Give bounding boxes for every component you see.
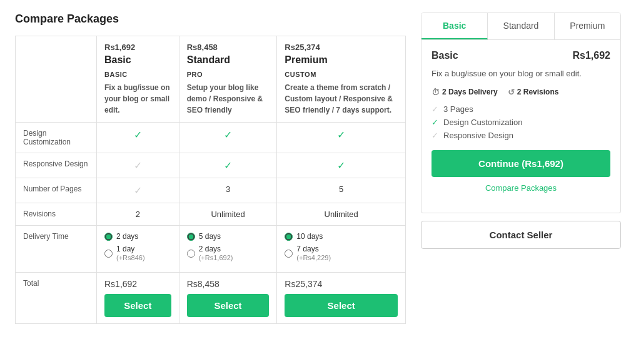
feature-design-label: Design Customization [443, 118, 522, 127]
design-check-icon: ✓ [432, 118, 438, 127]
row-delivery: Delivery Time 2 days 1 day (+Rs846) [16, 226, 406, 273]
basic-select-button[interactable]: Select [104, 294, 171, 317]
col-header-premium: Rs25,374 Premium CUSTOM Create a theme f… [277, 36, 406, 123]
tab-standard[interactable]: Standard [488, 13, 554, 39]
basic-desc: Fix a bug/issue on your blog or small ed… [104, 82, 171, 116]
feature-pages-label: 3 Pages [443, 104, 473, 114]
feature-responsive-design: ✓ Responsive Design [432, 131, 610, 140]
premium-tier: CUSTOM [285, 71, 398, 78]
premium-design-check: ✓ [277, 123, 406, 153]
basic-delivery-secondary: 1 day (+Rs846) [104, 245, 171, 262]
basic-tier: BASIC [104, 71, 171, 78]
standard-revisions: Unlimited [179, 203, 277, 226]
detail-price: Rs1,692 [573, 50, 611, 61]
standard-total-cell: Rs8,458 Select [179, 273, 277, 324]
detail-description: Fix a bug/issue on your blog or small ed… [432, 68, 610, 80]
row-responsive-design: Responsive Design ✓ ✓ ✓ [16, 153, 406, 178]
premium-pages: 5 [277, 178, 406, 203]
premium-delivery-secondary: 7 days (+Rs4,229) [285, 245, 398, 262]
standard-tier: PRO [187, 71, 270, 78]
basic-delivery-radio-secondary[interactable] [104, 250, 113, 258]
compare-packages-link[interactable]: Compare Packages [432, 183, 610, 193]
basic-delivery-primary: 2 days [104, 232, 171, 241]
tab-premium[interactable]: Premium [555, 13, 620, 39]
package-detail-box: Basic Rs1,692 Fix a bug/issue on your bl… [421, 40, 621, 213]
premium-delivery-primary-label: 10 days [296, 232, 323, 241]
premium-select-button[interactable]: Select [285, 294, 398, 317]
label-pages: Number of Pages [16, 178, 97, 203]
basic-price: Rs1,692 [104, 43, 171, 52]
label-revisions: Revisions [16, 203, 97, 226]
page-title: Compare Packages [15, 13, 406, 26]
standard-design-check: ✓ [179, 123, 277, 153]
feature-design-customization: ✓ Design Customization [432, 118, 610, 127]
premium-delivery-radio-primary[interactable] [285, 233, 293, 241]
basic-revisions: 2 [97, 203, 179, 226]
basic-design-check: ✓ [97, 123, 179, 153]
standard-delivery-secondary-label: 2 days (+Rs1,692) [199, 245, 233, 262]
label-total: Total [16, 273, 97, 324]
row-design-customization: Design Customization ✓ ✓ ✓ [16, 123, 406, 153]
package-tabs: Basic Standard Premium [421, 13, 621, 40]
standard-total: Rs8,458 [187, 279, 270, 289]
standard-pages: 3 [179, 178, 277, 203]
row-revisions: Revisions 2 Unlimited Unlimited [16, 203, 406, 226]
standard-delivery-cell: 5 days 2 days (+Rs1,692) [179, 226, 277, 273]
basic-name: Basic [104, 54, 171, 66]
premium-desc: Create a theme from scratch / Custom lay… [285, 82, 398, 116]
standard-delivery-radio-primary[interactable] [187, 233, 195, 241]
row-pages: Number of Pages ✓ 3 5 [16, 178, 406, 203]
basic-delivery-radio-primary[interactable] [104, 233, 113, 241]
revisions-label: 2 Revisions [517, 88, 559, 96]
premium-delivery-primary: 10 days [285, 232, 398, 241]
tab-basic[interactable]: Basic [421, 13, 488, 39]
label-responsive-design: Responsive Design [16, 153, 97, 178]
row-total: Total Rs1,692 Select Rs8,458 Select Rs25… [16, 273, 406, 324]
col-header-basic: Rs1,692 Basic BASIC Fix a bug/issue on y… [97, 36, 179, 123]
continue-button[interactable]: Continue (Rs1,692) [432, 150, 610, 177]
compare-table: Rs1,692 Basic BASIC Fix a bug/issue on y… [15, 36, 406, 324]
col-header-standard: Rs8,458 Standard PRO Setup your blog lik… [179, 36, 277, 123]
premium-total-cell: Rs25,374 Select [277, 273, 406, 324]
standard-select-button[interactable]: Select [187, 294, 270, 317]
delivery-info: ⏱ 2 Days Delivery ↺ 2 Revisions [432, 88, 610, 97]
standard-responsive-check: ✓ [179, 153, 277, 178]
delivery-time-info: ⏱ 2 Days Delivery [432, 88, 498, 97]
premium-name: Premium [285, 54, 398, 66]
delivery-time-label: 2 Days Delivery [442, 88, 498, 96]
premium-revisions: Unlimited [277, 203, 406, 226]
basic-pages: ✓ [97, 178, 179, 203]
feature-list: ✓ 3 Pages ✓ Design Customization ✓ Respo… [432, 104, 610, 140]
premium-delivery-radio-secondary[interactable] [285, 250, 293, 258]
premium-delivery-cell: 10 days 7 days (+Rs4,229) [277, 226, 406, 273]
label-delivery: Delivery Time [16, 226, 97, 273]
contact-seller-button[interactable]: Contact Seller [421, 221, 621, 249]
standard-delivery-primary-label: 5 days [199, 232, 221, 241]
feature-responsive-label: Responsive Design [443, 131, 513, 140]
label-design-customization: Design Customization [16, 123, 97, 153]
compare-table-panel: Compare Packages Rs1,692 Basic BASIC Fix… [15, 13, 406, 324]
detail-header: Basic Rs1,692 [432, 50, 610, 61]
detail-name: Basic [432, 50, 458, 61]
contact-seller-wrapper: Contact Seller [421, 221, 621, 249]
right-detail-panel: Basic Standard Premium Basic Rs1,692 Fix… [421, 13, 621, 324]
basic-total-cell: Rs1,692 Select [97, 273, 179, 324]
basic-delivery-primary-label: 2 days [116, 232, 138, 241]
premium-total: Rs25,374 [285, 279, 398, 289]
basic-delivery-cell: 2 days 1 day (+Rs846) [97, 226, 179, 273]
standard-delivery-primary: 5 days [187, 232, 270, 241]
col-header-empty [16, 36, 97, 123]
standard-delivery-secondary: 2 days (+Rs1,692) [187, 245, 270, 262]
premium-responsive-check: ✓ [277, 153, 406, 178]
pages-check-icon: ✓ [432, 104, 438, 114]
standard-price: Rs8,458 [187, 43, 270, 52]
standard-desc: Setup your blog like demo / Responsive &… [187, 82, 270, 116]
premium-price: Rs25,374 [285, 43, 398, 52]
clock-icon: ⏱ [432, 88, 440, 97]
feature-pages: ✓ 3 Pages [432, 104, 610, 114]
premium-delivery-secondary-label: 7 days (+Rs4,229) [296, 245, 331, 262]
basic-total: Rs1,692 [104, 279, 171, 289]
refresh-icon: ↺ [508, 88, 515, 97]
responsive-check-icon: ✓ [432, 131, 438, 140]
standard-delivery-radio-secondary[interactable] [187, 250, 195, 258]
